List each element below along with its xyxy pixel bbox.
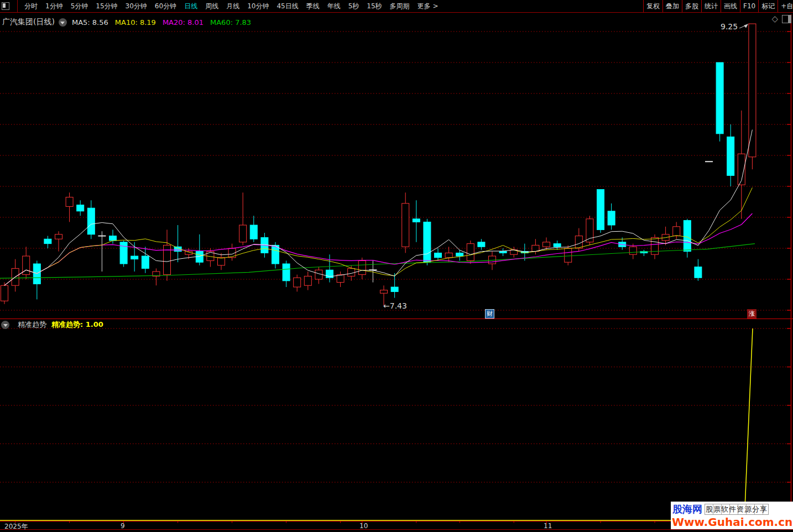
indicator-value: 精准趋势: 1.00 — [51, 320, 103, 330]
ma20-legend: MA20: 8.01 — [163, 18, 204, 27]
axis-year-label: 2025年 — [4, 522, 28, 531]
axis-month-label: 10 — [359, 522, 368, 530]
ma10-legend: MA10: 8.19 — [115, 18, 156, 27]
period-tab-60min[interactable]: 60分钟 — [155, 2, 176, 11]
period-tab-monthly[interactable]: 月线 — [226, 2, 239, 11]
period-tab-multi[interactable]: 多周期 — [390, 2, 410, 11]
tongji-button[interactable]: 统计 — [701, 0, 721, 12]
split-pane-icon[interactable] — [782, 15, 791, 23]
app-window: 分时 1分钟 5分钟 15分钟 30分钟 60分钟 日线 周线 月线 10分钟 … — [0, 0, 793, 532]
biaoji-button[interactable]: 标记 — [758, 0, 778, 12]
diamond-icon[interactable]: ◇ — [771, 15, 778, 23]
axis-month-label: 9 — [121, 522, 125, 530]
watermark-site-name: 股海网 — [672, 503, 702, 516]
chart-corner-icons: ◇ — [771, 15, 791, 23]
ma60-legend: MA60: 7.83 — [210, 18, 251, 27]
price-annotation: ←7.43 — [383, 301, 407, 310]
period-tab-quarter[interactable]: 季线 — [306, 2, 320, 11]
toolbar-right: 复权 叠加 多股 统计 画线 F10 标记 +自选 — [643, 0, 793, 12]
period-tab-15sec[interactable]: 15秒 — [367, 2, 382, 11]
chevron-down-icon[interactable] — [59, 18, 67, 27]
watermark-tagline: 股票软件资源分享 — [705, 504, 769, 515]
period-tab-30min[interactable]: 30分钟 — [126, 2, 147, 11]
indicator-name: 精准趋势 — [18, 320, 46, 330]
stock-title: 广汽集团(日线) — [2, 17, 55, 27]
period-tab-more[interactable]: 更多 > — [418, 2, 439, 11]
huaxian-button[interactable]: 画线 — [721, 0, 740, 12]
ma5-legend: MA5: 8.56 — [72, 18, 108, 27]
axis-month-label: 11 — [544, 522, 552, 530]
indicator-panel-title: 精准趋势 精准趋势: 1.00 — [1, 319, 103, 330]
period-tab-yearly[interactable]: 年线 — [327, 2, 341, 11]
period-tab-5sec[interactable]: 5秒 — [348, 2, 359, 11]
period-tab-fenshi[interactable]: 分时 — [24, 2, 38, 11]
period-menu-bar: 分时 1分钟 5分钟 15分钟 30分钟 60分钟 日线 周线 月线 10分钟 … — [0, 0, 793, 13]
event-flag-badge[interactable]: 涨 — [747, 309, 757, 319]
period-tab-1min[interactable]: 1分钟 — [45, 2, 63, 11]
period-tab-15min[interactable]: 15分钟 — [96, 2, 117, 11]
duogu-button[interactable]: 多股 — [682, 0, 701, 12]
watermark-url: Www.Guhai.com.cn — [671, 517, 793, 528]
candlestick-chart[interactable]: 9.25←7.43 — [0, 0, 793, 532]
fuquan-button[interactable]: 复权 — [643, 0, 662, 12]
watermark: 股海网 股票软件资源分享 Www.Guhai.com.cn — [671, 502, 793, 529]
period-tab-weekly[interactable]: 周线 — [205, 2, 218, 11]
chart-title-row: 广汽集团(日线) MA5: 8.56 MA10: 8.19 MA20: 8.01… — [0, 14, 653, 30]
event-flag-badge[interactable]: 财 — [485, 309, 494, 319]
period-tab-45day[interactable]: 45日线 — [276, 2, 298, 11]
period-tab-5min[interactable]: 5分钟 — [71, 2, 88, 11]
menu-divider — [17, 0, 18, 12]
add-watchlist-button[interactable]: +自选 — [778, 0, 793, 12]
period-tab-daily[interactable]: 日线 — [184, 2, 197, 11]
chevron-down-icon[interactable] — [1, 321, 9, 329]
price-annotation: 9.25 — [721, 22, 738, 31]
window-icon[interactable] — [2, 2, 9, 10]
diejia-button[interactable]: 叠加 — [662, 0, 682, 12]
period-tab-10min[interactable]: 10分钟 — [247, 2, 269, 11]
f10-button[interactable]: F10 — [740, 0, 758, 12]
